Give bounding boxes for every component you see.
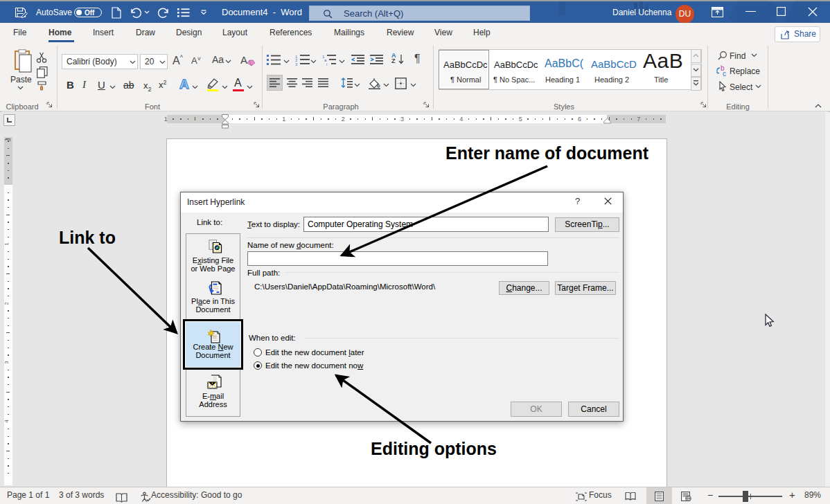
svg-text:c: c: [723, 70, 726, 77]
svg-text:3: 3: [295, 62, 298, 66]
svg-text:i: i: [326, 62, 327, 66]
